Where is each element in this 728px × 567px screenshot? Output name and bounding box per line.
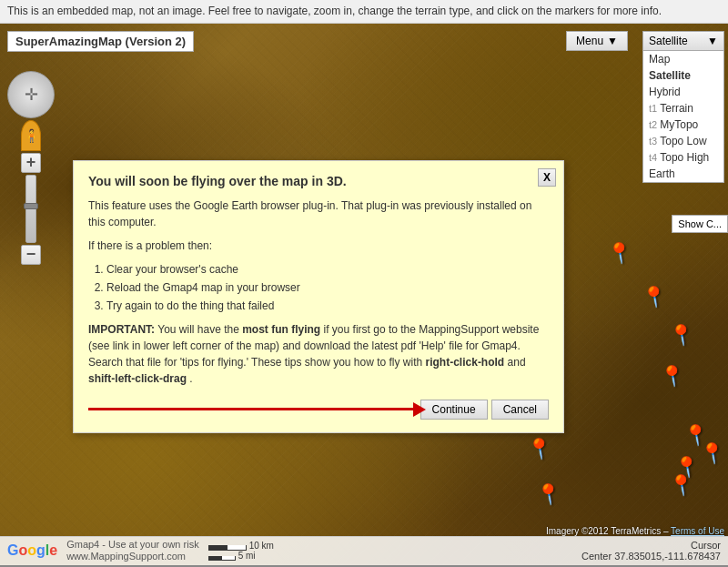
terrain-prefix: t1 (649, 103, 660, 114)
important-bold-text: most fun flying (242, 323, 320, 336)
map-type-item-satellite[interactable]: Satellite (643, 67, 723, 84)
scale-bar: 10 km 5 mi (208, 541, 274, 561)
map-pin[interactable]: 📍 (641, 284, 669, 311)
map-title-bar: SuperAmazingMap (Version 2) (7, 31, 194, 52)
map-type-selected: Satellite (649, 35, 688, 47)
show-controls-button[interactable]: Show C... (672, 215, 728, 233)
arrow-line (88, 408, 413, 410)
map-container[interactable]: SuperAmazingMap (Version 2) ✛ 🧍 + − Menu… (0, 24, 728, 565)
nav-arrows: ✛ (25, 85, 38, 105)
cancel-button[interactable]: Cancel (491, 400, 549, 420)
shift-click-bold: shift-left-click-drag (88, 372, 187, 385)
terms-of-use-link[interactable]: Terms of Use (671, 526, 724, 536)
zoom-thumb[interactable] (24, 203, 38, 209)
top-info-text: This is an embedded map, not an image. F… (7, 5, 662, 17)
bottom-bar: Google Gmap4 - Use at your own risk www.… (0, 536, 728, 565)
map-type-chevron: ▼ (707, 35, 718, 47)
map-pin[interactable]: 📍 (699, 440, 727, 468)
dialog-important: IMPORTANT: You will have the most fun fl… (88, 321, 549, 387)
continue-arrow (88, 402, 426, 417)
zoom-slider[interactable] (25, 175, 36, 243)
topolow-prefix: t3 (649, 136, 660, 147)
dialog-step-1: Clear your browser's cache (106, 261, 549, 278)
menu-button[interactable]: Menu ▼ (566, 31, 628, 51)
right-click-bold: right-click-hold (426, 356, 505, 369)
map-pin[interactable]: 📍 (659, 363, 687, 390)
and-text: and (508, 356, 526, 369)
gmap4-line2: www.MappingSupport.com (66, 551, 199, 562)
fly-3d-dialog: X You will soon be flying over the map i… (73, 160, 564, 433)
imagery-text: Imagery ©2012 TerraMetrics – (546, 526, 668, 536)
dialog-steps-list: Clear your browser's cache Reload the Gm… (106, 261, 549, 314)
show-controls-label: Show C... (678, 218, 722, 229)
topohigh-prefix: t4 (649, 152, 660, 163)
dialog-title: You will soon be flying over the map in … (88, 174, 549, 188)
center-label: Center (581, 551, 612, 562)
top-info-bar: This is an embedded map, not an image. F… (0, 0, 728, 24)
dialog-para1: This feature uses the Google Earth brows… (88, 197, 549, 230)
menu-chevron: ▼ (607, 35, 618, 47)
cursor-info: Cursor Center 37.835015,-111.678437 (581, 540, 721, 562)
gmap4-info: Gmap4 - Use at your own risk www.Mapping… (66, 539, 199, 562)
map-type-item-topohigh[interactable]: t4 Topo High (643, 149, 723, 166)
map-type-item-map[interactable]: Map (643, 51, 723, 67)
map-type-item-terrain[interactable]: t1 Terrain (643, 100, 723, 116)
period-text: . (189, 372, 192, 385)
center-coords: 37.835015,-111.678437 (614, 551, 721, 562)
zoom-in-button[interactable]: + (21, 153, 41, 173)
scale-mi-label: 5 mi (238, 551, 256, 561)
map-type-header[interactable]: Satellite ▼ (643, 32, 723, 51)
dialog-step-3: Try again to do the thing that failed (106, 298, 549, 314)
map-type-item-hybrid[interactable]: Hybrid (643, 84, 723, 100)
dialog-para2: If there is a problem then: (88, 238, 549, 254)
important-label: IMPORTANT: (88, 323, 155, 336)
map-type-item-earth[interactable]: Earth (643, 166, 723, 182)
important-text1: You will have the (157, 323, 242, 336)
dialog-close-button[interactable]: X (538, 168, 556, 187)
google-logo: Google (7, 542, 57, 559)
menu-label: Menu (576, 35, 603, 47)
map-type-item-mytopo[interactable]: t2 MyTopo (643, 116, 723, 133)
map-pin[interactable]: 📍 (668, 322, 696, 349)
map-pin[interactable]: 📍 (535, 481, 563, 509)
arrow-head (413, 402, 426, 417)
mytopo-prefix: t2 (649, 119, 660, 130)
pegman-icon[interactable]: 🧍 (21, 120, 41, 151)
close-icon: X (543, 171, 551, 184)
scale-km-label: 10 km (249, 541, 274, 551)
map-pin[interactable]: 📍 (606, 240, 634, 268)
zoom-out-button[interactable]: − (21, 245, 41, 265)
map-type-item-topolow[interactable]: t3 Topo Low (643, 133, 723, 149)
dialog-footer: Continue Cancel (88, 400, 549, 420)
google-logo-text: Google (7, 542, 57, 559)
dialog-body: This feature uses the Google Earth brows… (88, 197, 549, 387)
gmap4-line1: Gmap4 - Use at your own risk (66, 539, 199, 551)
continue-button[interactable]: Continue (420, 400, 488, 420)
imagery-credit: Imagery ©2012 TerraMetrics – Terms of Us… (546, 526, 724, 536)
map-pin[interactable]: 📍 (526, 436, 554, 463)
dialog-step-2: Reload the Gmap4 map in your browser (106, 279, 549, 296)
map-title-text: SuperAmazingMap (Version 2) (15, 35, 186, 48)
cursor-label: Cursor (691, 540, 721, 551)
map-pin[interactable]: 📍 (668, 472, 696, 500)
nav-circle[interactable]: ✛ (7, 71, 55, 118)
map-type-dropdown[interactable]: Satellite ▼ Map Satellite Hybrid t1 Terr… (642, 31, 724, 183)
